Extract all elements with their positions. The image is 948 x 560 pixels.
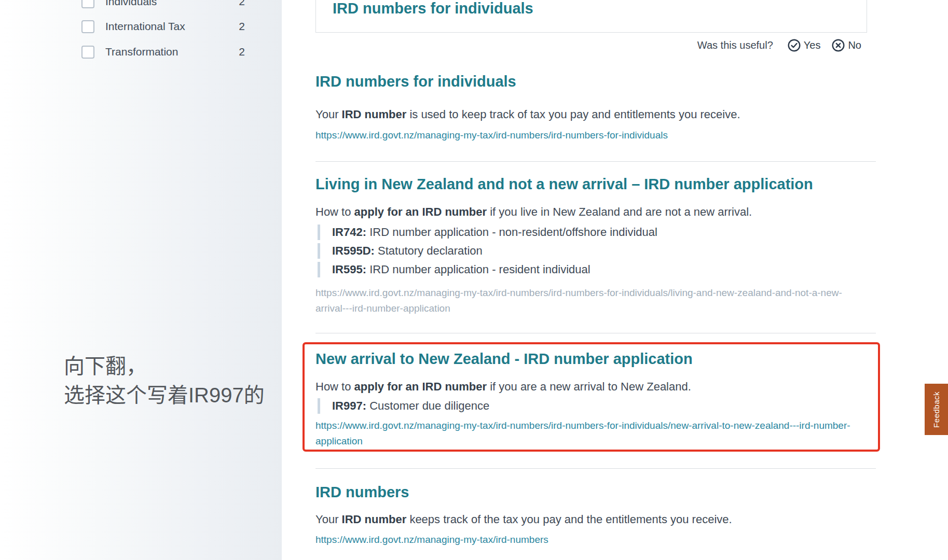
useful-yes-button[interactable]: Yes [788, 39, 821, 52]
result-3-form-ir997: IR997: Customer due diligence [318, 398, 489, 414]
useful-no-button[interactable]: No [832, 39, 861, 52]
result-2-form-ir595: IR595: IRD number application - resident… [318, 262, 590, 277]
result-4-description: Your IRD number keeps track of the tax y… [315, 513, 732, 526]
desc-bold-text: apply for an IRD number [354, 380, 487, 393]
result-divider [315, 161, 876, 162]
result-2-title-link[interactable]: Living in New Zealand and not a new arri… [315, 176, 813, 193]
desc-text: is used to keep track of tax you pay and… [406, 108, 740, 121]
form-code: IR997: [332, 399, 366, 412]
desc-text: Your [315, 108, 342, 121]
feedback-tab-label: Feedback [932, 391, 941, 428]
filter-individuals[interactable]: Individuals 2 [81, 0, 245, 12]
result-3-url-link[interactable]: https://www.ird.govt.nz/managing-my-tax/… [315, 418, 853, 449]
useful-no-label: No [848, 39, 861, 51]
result-3-description: How to apply for an IRD number if you ar… [315, 380, 691, 394]
chinese-instruction-annotation: 向下翻， 选择这个写着IR997的 [64, 352, 292, 410]
check-circle-icon [788, 39, 801, 52]
annotation-line-1: 向下翻， [64, 352, 292, 381]
desc-text: How to [315, 205, 354, 218]
form-name: IRD number application - resident indivi… [366, 263, 590, 276]
filter-count: 2 [239, 46, 245, 58]
result-1-description: Your IRD number is used to keep track of… [315, 108, 740, 121]
filter-international-tax[interactable]: International Tax 2 [81, 16, 245, 37]
annotation-line-2: 选择这个写着IR997的 [64, 381, 292, 410]
result-2-description: How to apply for an IRD number if you li… [315, 205, 752, 219]
desc-bold-text: apply for an IRD number [354, 205, 487, 218]
form-code: IR742: [332, 226, 366, 239]
form-name: Statutory declaration [375, 244, 483, 257]
filter-transformation[interactable]: Transformation 2 [81, 41, 245, 62]
desc-text: How to [315, 380, 354, 393]
form-code: IR595: [332, 263, 366, 276]
result-4-title-link[interactable]: IRD numbers [315, 484, 409, 501]
desc-text: keeps track of the tax you pay and the e… [406, 513, 732, 526]
checkbox-international-tax[interactable] [81, 20, 94, 33]
form-name: IRD number application - non-resident/of… [366, 226, 657, 239]
desc-text: Your [315, 513, 342, 526]
desc-bold-text: IRD number [342, 513, 407, 526]
filter-label: International Tax [105, 20, 185, 33]
result-divider [315, 468, 876, 469]
filter-count: 2 [239, 20, 245, 33]
result-2-form-ir595d: IR595D: Statutory declaration [318, 243, 483, 259]
result-1-title-link[interactable]: IRD numbers for individuals [315, 73, 516, 90]
search-results-page: Individuals 2 International Tax 2 Transf… [0, 0, 948, 560]
useful-prompt-row: Was this useful? Yes No [315, 37, 861, 53]
result-2-url[interactable]: https://www.ird.govt.nz/managing-my-tax/… [315, 285, 853, 316]
previous-result-title[interactable]: IRD numbers for individuals [316, 0, 867, 17]
result-3-title-link[interactable]: New arrival to New Zealand - IRD number … [315, 351, 693, 368]
result-4-url-link[interactable]: https://www.ird.govt.nz/managing-my-tax/… [315, 532, 853, 548]
x-circle-icon [832, 39, 845, 52]
checkbox-individuals[interactable] [81, 0, 94, 8]
filter-label: Individuals [105, 0, 157, 8]
feedback-tab-button[interactable]: Feedback [925, 384, 948, 435]
filters-sidebar: Individuals 2 International Tax 2 Transf… [0, 0, 282, 560]
result-divider [315, 333, 876, 333]
previous-result-card: IRD numbers for individuals [315, 0, 867, 33]
useful-question: Was this useful? [697, 39, 773, 51]
result-2-form-ir742: IR742: IRD number application - non-resi… [318, 225, 657, 240]
form-name: Customer due diligence [366, 399, 489, 412]
result-1-url-link[interactable]: https://www.ird.govt.nz/managing-my-tax/… [315, 128, 853, 143]
filter-label: Transformation [105, 46, 178, 58]
desc-text: if you are a new arrival to New Zealand. [487, 380, 691, 393]
desc-bold-text: IRD number [342, 108, 407, 121]
form-code: IR595D: [332, 244, 375, 257]
checkbox-transformation[interactable] [81, 46, 94, 59]
useful-yes-label: Yes [804, 39, 821, 51]
desc-text: if you live in New Zealand and are not a… [487, 205, 752, 218]
filter-count: 2 [239, 0, 245, 8]
